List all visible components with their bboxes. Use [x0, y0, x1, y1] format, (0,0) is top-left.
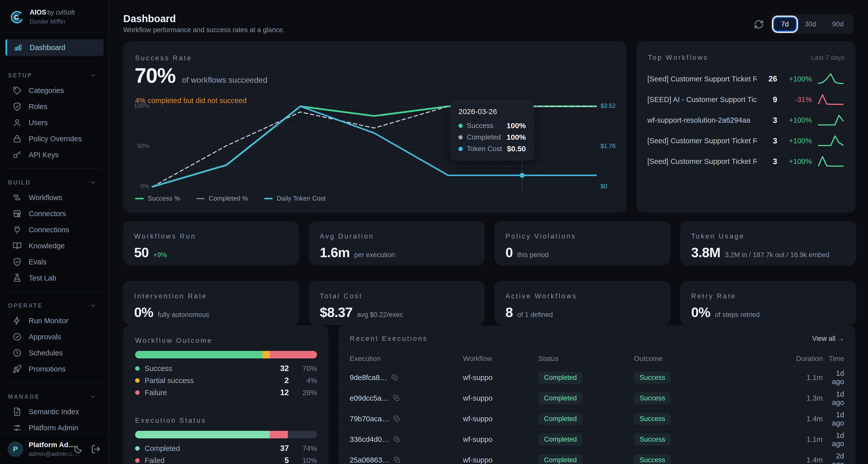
outcome-row-completed: Completed3774% [135, 442, 317, 455]
sidebar-item-promotions[interactable]: Promotions [0, 361, 108, 377]
status-badge: Completed [538, 413, 583, 425]
sidebar-item-knowledge[interactable]: Knowledge [0, 238, 108, 254]
success-rate-value: 70% [134, 63, 175, 88]
page-title: Dashboard [123, 13, 176, 24]
top-workflow-row[interactable]: [Seed] Customer Support Ticket Resolutio… [647, 69, 845, 89]
sidebar-item-test-lab[interactable]: Test Lab [0, 270, 108, 286]
range-button-7d[interactable]: 7d [773, 17, 797, 32]
copy-icon[interactable] [392, 374, 398, 381]
top-workflows-card: Top Workflows Last 7 days [Seed] Custome… [637, 41, 856, 212]
execution-row[interactable]: 9de8fca8…wf-suppoCompletedSuccess1.1m1d … [339, 367, 855, 388]
tooltip-series-label: Token Cost [467, 145, 503, 153]
tooltip-date: 2026-03-26 [458, 107, 526, 116]
top-workflow-row[interactable]: wf-support-resolution-2a6294aa3+100% [647, 110, 845, 130]
metric-label: Token Usage [691, 232, 745, 240]
divider [135, 406, 317, 406]
copy-icon[interactable] [394, 457, 401, 464]
theme-toggle-moon-icon[interactable] [73, 444, 83, 454]
sidebar-item-label: API Keys [29, 151, 59, 159]
top-workflow-row[interactable]: [Seed] Customer Support Ticket Resolutio… [647, 130, 845, 151]
outcome-label: Failed [145, 457, 266, 464]
user-email: admin@admin.c… [29, 451, 65, 458]
sidebar-section-manage[interactable]: MANAGE [0, 389, 108, 404]
sidebar-section-setup[interactable]: SETUP [0, 67, 108, 82]
series-dot-icon [458, 124, 463, 128]
metric-label: Workflows Run [134, 232, 196, 240]
metric-card-workflows-run: Workflows Run50+9% [123, 221, 299, 265]
metric-label: Intervention Rate [134, 292, 207, 300]
shield-check-icon [12, 257, 22, 266]
sidebar-item-label: Workflows [29, 194, 62, 202]
run-count: 3 [762, 116, 777, 125]
status-badge: Completed [538, 392, 583, 404]
sidebar-item-semantic-index[interactable]: Semantic Index [0, 404, 108, 420]
sidebar-item-run-monitor[interactable]: Run Monitor [0, 313, 108, 329]
execution-row[interactable]: 79b70aca…wf-suppoCompletedSuccess1.4m1d … [339, 408, 855, 429]
execution-row[interactable]: 336cd4d0…wf-suppoCompletedSuccess1.1m1d … [339, 429, 855, 450]
sidebar-item-label: Roles [29, 103, 47, 111]
copy-icon[interactable] [394, 416, 400, 422]
sidebar-item-approvals[interactable]: Approvals [0, 329, 108, 345]
sidebar-item-label: Categories [29, 87, 64, 95]
sidebar-item-users[interactable]: Users [0, 114, 108, 131]
sidebar-item-label: Run Monitor [29, 317, 68, 325]
top-workflow-row[interactable]: [Seed] Customer Support Ticket Resolutio… [647, 151, 845, 172]
user-name: Platform Ad… [29, 441, 65, 449]
brand-suffix: by cvlSoft [47, 9, 74, 16]
y-axis-tick-right: $3.52 [600, 102, 616, 109]
sidebar-item-connectors[interactable]: Connectors [0, 206, 108, 222]
bar-segment [270, 431, 288, 438]
sidebar-item-evals[interactable]: Evals [0, 254, 108, 270]
avatar[interactable]: P [7, 441, 23, 457]
sidebar-item-dashboard[interactable]: Dashboard [5, 39, 104, 56]
execution-row[interactable]: 25a06863…wf-suppoCompletedSuccess1.4m2d … [339, 450, 855, 464]
sidebar-item-api-keys[interactable]: API Keys [0, 147, 108, 163]
bar-segment [135, 431, 270, 438]
refresh-icon[interactable] [754, 19, 764, 29]
duration-cell: 1.3m [760, 394, 823, 402]
sidebar-section-build[interactable]: BUILD [0, 174, 108, 190]
legend-item-daily-token-cost[interactable]: Daily Token Cost [264, 195, 326, 202]
outcome-bar [135, 351, 317, 358]
sidebar-section-label: OPERATE [8, 302, 42, 309]
sidebar-section-operate[interactable]: OPERATE [0, 298, 108, 313]
sidebar-item-categories[interactable]: Categories [0, 82, 108, 99]
copy-icon[interactable] [393, 395, 400, 402]
sidebar-nav: DashboardSETUPCategoriesRolesUsersPolicy… [0, 33, 108, 436]
metric-extra: fully autonomous [158, 311, 209, 319]
top-workflow-row[interactable]: [SEED] AI - Customer Support Ticket Reso… [647, 89, 845, 110]
status-dot-icon [135, 446, 140, 451]
execution-id: e09dcc5a… [350, 394, 389, 402]
range-button-30d[interactable]: 30d [797, 17, 824, 32]
status-dot-icon [135, 458, 140, 463]
workflow-name: [Seed] Customer Support Ticket Resolutio… [647, 137, 756, 145]
legend-item-completed[interactable]: Completed % [196, 195, 248, 202]
bar-segment [270, 351, 317, 358]
check-circle-icon [12, 332, 22, 341]
execution-row[interactable]: e09dcc5a…wf-suppoCompletedSuccess1.3m1d … [339, 388, 855, 408]
sidebar-item-schedules[interactable]: Schedules [0, 345, 108, 361]
plug-icon [12, 225, 22, 234]
sidebar-item-workflows[interactable]: Workflows [0, 190, 108, 206]
sidebar-item-policy-overrides[interactable]: Policy Overrides [0, 131, 108, 147]
workflow-outcome-card: Workflow Outcome Success3270%Partial suc… [123, 326, 328, 464]
range-button-90d[interactable]: 90d [824, 17, 851, 32]
legend-item-success[interactable]: Success % [135, 195, 180, 202]
column-header-status: Status [538, 355, 634, 363]
workflow-cell: wf-suppo [463, 435, 538, 444]
sidebar-item-roles[interactable]: Roles [0, 99, 108, 114]
metric-value: 0 [505, 244, 513, 260]
outcome-badge: Success [634, 392, 671, 404]
view-all-link[interactable]: View all → [812, 335, 844, 342]
sidebar-item-connections[interactable]: Connections [0, 222, 108, 238]
sidebar-item-platform-admin[interactable]: Platform Admin [0, 420, 108, 436]
delta-badge: +100% [782, 157, 812, 166]
copy-icon[interactable] [394, 436, 400, 443]
outcome-count: 2 [271, 376, 289, 385]
chevron-down-icon [90, 179, 97, 186]
success-rate-chart[interactable] [124, 102, 627, 203]
outcome-row-success: Success3270% [135, 362, 317, 374]
logout-icon[interactable] [91, 444, 101, 454]
metric-label: Policy Violations [505, 232, 576, 240]
metric-value: 0% [134, 304, 153, 320]
